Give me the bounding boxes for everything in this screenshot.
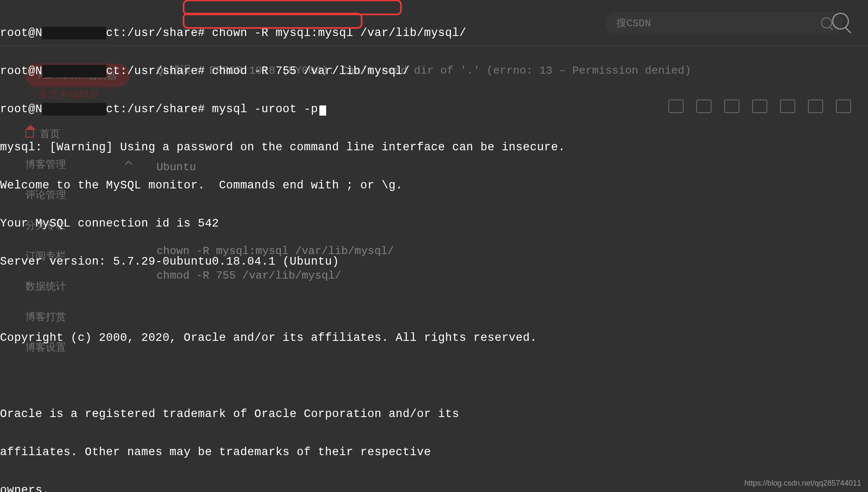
search-icon[interactable] — [821, 17, 832, 28]
hostname-redacted: xxxxxxxxx — [42, 65, 106, 77]
output-line — [0, 293, 565, 306]
command-chmod: chmod -R 755 /var/lib/mysql/ — [212, 65, 410, 77]
output-line: Copyright (c) 2000, 2020, Oracle and/or … — [0, 332, 565, 344]
prompt: root@N — [0, 27, 42, 39]
output-line: affiliates. Other names may be trademark… — [0, 446, 565, 459]
cursor-block — [319, 105, 326, 116]
chart-icon[interactable] — [696, 100, 711, 113]
output-line: Server version: 5.7.29-0ubuntu0.18.04.1 … — [0, 255, 565, 268]
highlight-chmod — [183, 13, 363, 29]
search-placeholder: 搜CSDN — [616, 16, 651, 30]
terminal-output[interactable]: root@Nxxxxxxxxxct:/usr/share# chown -R m… — [0, 0, 565, 492]
prompt-path: ct:/usr/share# — [106, 65, 205, 77]
search-icon-large[interactable] — [832, 13, 849, 30]
prompt: root@N — [0, 103, 42, 116]
equation-icon[interactable] — [752, 100, 767, 113]
image-icon[interactable] — [724, 100, 739, 113]
hostname-redacted: xxxxxxxxx — [42, 103, 106, 116]
video-icon[interactable] — [780, 100, 795, 113]
output-line: Welcome to the MySQL monitor. Commands e… — [0, 179, 565, 192]
output-line — [0, 370, 565, 382]
search-input[interactable]: 搜CSDN — [606, 12, 843, 34]
watermark: https://blog.csdn.net/qq285744011 — [744, 479, 861, 488]
command-mysql: mysql -uroot -p — [212, 103, 318, 116]
editor-toolbar — [668, 100, 851, 113]
prompt-path: ct:/usr/share# — [106, 103, 205, 116]
output-line: Your MySQL connection id is 542 — [0, 217, 565, 230]
output-line: mysql: [Warning] Using a password on the… — [0, 141, 565, 154]
outdent-icon[interactable] — [836, 100, 851, 113]
output-line: Oracle is a registered trademark of Orac… — [0, 408, 565, 420]
table-icon[interactable] — [668, 100, 684, 113]
prompt: root@N — [0, 65, 42, 77]
hostname-redacted: xxxxxxxxx — [42, 27, 106, 39]
indent-icon[interactable] — [808, 100, 823, 113]
output-line: owners. — [0, 484, 565, 492]
